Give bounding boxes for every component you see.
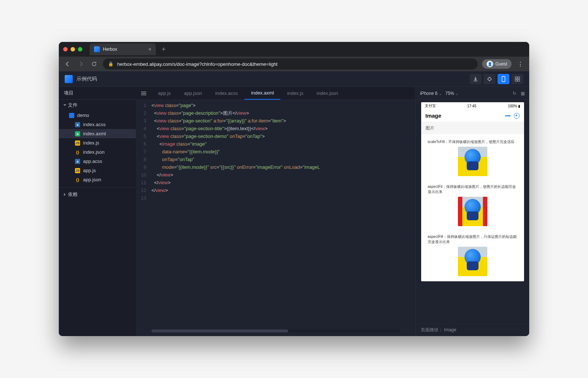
tab-index-axml[interactable]: index.axml [244,87,280,100]
phone-subtitle: 图片 [421,122,524,134]
lock-icon: 🔒 [108,61,114,67]
file-index-json[interactable]: {}index.json [59,147,136,157]
editor-area: app.js app.json index.acss index.axml in… [136,87,415,336]
sample-image [458,147,487,176]
preview-toolbar: iPhone 6 ⌄ 75% ⌄ ↻ ▦ [416,87,529,100]
forward-button[interactable] [76,60,85,68]
back-button[interactable] [63,60,72,68]
phone-status-bar: 支付宝 17:45 100% ▮ [421,102,524,110]
file-name: index.acss [83,122,105,127]
file-index-js[interactable]: JSindex.js [59,138,136,147]
refresh-preview-icon[interactable]: ↻ [513,91,516,96]
profile-label: Guest [495,61,507,67]
file-name: app.acss [83,158,102,164]
profile-button[interactable]: 👤 Guest [482,59,512,69]
folder-demo[interactable]: demo [59,111,136,120]
file-name: index.json [83,149,105,155]
sample-image [458,197,487,226]
caret-down-icon [64,104,67,106]
tab-index-json[interactable]: index.json [310,87,345,100]
browser-tab[interactable]: Herbox × [90,43,156,55]
deps-label: 依赖 [68,191,78,198]
svg-point-0 [488,78,491,81]
folder-icon [69,113,74,118]
code-editor[interactable]: 1<view class="page"> 2 <view class="page… [136,100,415,329]
tab-app-json[interactable]: app.json [178,87,209,100]
file-app-json[interactable]: {}app.json [59,175,136,184]
editor-menu-icon[interactable] [136,91,151,96]
minimize-window-button[interactable] [71,47,75,51]
download-button[interactable] [470,74,481,84]
horizontal-scrollbar[interactable] [136,329,415,336]
svg-rect-4 [515,79,517,81]
axml-icon: a [75,131,80,136]
svg-rect-1 [502,76,505,82]
battery-icon: ▮ [518,104,520,108]
qr-code-button[interactable] [512,74,523,84]
window-controls [63,47,82,51]
caret-right-icon [64,193,66,196]
files-section-toggle[interactable]: 文件 [59,100,136,111]
device-selector[interactable]: iPhone 6 ⌄ [420,91,442,96]
carrier-label: 支付宝 [425,103,436,108]
phone-page-title: Image [426,113,441,119]
battery-label: 100% [508,104,517,108]
tab-index-js[interactable]: index.js [280,87,310,100]
footer-path: Image [444,327,456,332]
file-app-js[interactable]: JSapp.js [59,166,136,175]
sidebar-header: 项目 [59,87,136,100]
close-tab-icon[interactable]: × [148,46,151,52]
favicon-icon [94,46,100,52]
app-logo-icon [65,75,73,83]
svg-rect-3 [518,77,520,79]
file-index-acss[interactable]: aindex.acss [59,120,136,129]
zoom-label: 75% [445,91,454,96]
main-area: 项目 文件 demo aindex.acss aindex.axml JSind… [59,87,529,336]
file-name: index.js [83,140,99,146]
app-title: 示例代码 [76,76,97,82]
app-header: 示例代码 [59,71,529,87]
image-card-aspectfill: aspectFill：保持纵横比缩放图片，只保证图片的短边能完全显示出来 [425,231,520,279]
url-text: herbox-embed.alipay.com/s/doc-image?chIn… [117,61,277,67]
browser-tab-strip: Herbox × + [59,42,529,57]
close-window-button[interactable] [63,47,68,51]
file-index-axml[interactable]: aindex.axml [59,129,136,138]
js-icon: JS [75,168,80,173]
editor-tabs: app.js app.json index.acss index.axml in… [136,87,415,100]
json-icon: {} [75,177,80,182]
mobile-view-button[interactable] [498,74,509,84]
maximize-window-button[interactable] [78,47,82,51]
browser-window: Herbox × + 🔒 herbox-embed.alipay.com/s/d… [59,42,529,336]
preview-footer: 页面路径： Image [416,324,529,336]
deps-section-toggle[interactable]: 依赖 [59,187,136,200]
files-label: 文件 [68,102,78,108]
more-icon[interactable]: ••• [505,113,514,119]
address-bar[interactable]: 🔒 herbox-embed.alipay.com/s/doc-image?ch… [103,58,478,69]
image-card-aspectfit: aspectFit：保持纵横比缩放图片，使图片的长边能完全显示出来 [425,181,520,229]
js-icon: JS [75,140,80,146]
grid-view-icon[interactable]: ▦ [521,91,525,96]
time-label: 17:45 [436,104,508,108]
reload-button[interactable] [90,60,98,68]
file-app-acss[interactable]: aapp.acss [59,157,136,166]
avatar-icon: 👤 [487,61,493,67]
tab-app-js[interactable]: app.js [151,87,178,100]
target-icon[interactable] [514,113,520,119]
tab-index-acss[interactable]: index.acss [209,87,244,100]
file-name: app.js [83,168,96,173]
acss-icon: a [75,122,80,127]
device-label: iPhone 6 [420,91,437,96]
chevron-down-icon: ⌄ [455,92,458,96]
new-tab-button[interactable]: + [159,44,169,55]
tab-title: Herbox [103,47,117,52]
phone-preview: 支付宝 17:45 100% ▮ Image ••• 图片 scaleToFil… [421,102,524,281]
browser-menu-button[interactable]: ⋮ [516,59,525,69]
file-name: app.json [83,177,101,182]
card-title: aspectFit：保持纵横比缩放图片，使图片的长边能完全显示出来 [428,184,517,195]
chevron-down-icon: ⌄ [439,92,442,96]
footer-label: 页面路径： [421,327,443,332]
zoom-selector[interactable]: 75% ⌄ [445,91,458,96]
svg-rect-2 [515,77,517,79]
theme-toggle-button[interactable] [484,74,495,84]
browser-toolbar: 🔒 herbox-embed.alipay.com/s/doc-image?ch… [59,57,529,71]
